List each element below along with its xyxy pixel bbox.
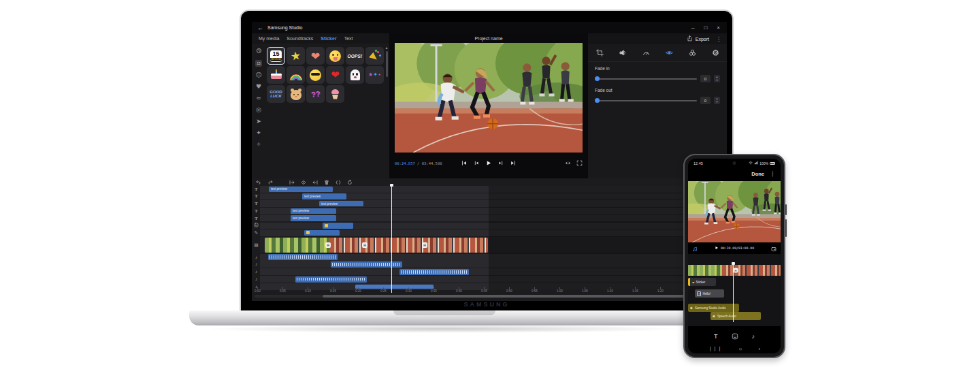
nav-back-button[interactable]: ‹ bbox=[758, 346, 760, 352]
phone-video-preview[interactable] bbox=[688, 181, 781, 242]
category-donut-icon[interactable]: ◎ bbox=[256, 106, 261, 113]
phone-sticker-clip[interactable]: ▰Sticker bbox=[688, 278, 716, 286]
skip-end-button[interactable] bbox=[510, 160, 517, 167]
sticker-star-doodle[interactable]: ★ bbox=[287, 47, 305, 65]
video-clip[interactable]: ⊟⊟⊟ bbox=[265, 238, 488, 253]
phone-more-options-icon[interactable]: ⋮ bbox=[770, 171, 775, 177]
phone-text-tool[interactable]: T bbox=[714, 333, 718, 340]
timeline-ruler[interactable]: 0:000:050:100:150:200:250:300:350:400:45… bbox=[252, 287, 727, 293]
fade-in-value[interactable]: 0 bbox=[700, 75, 710, 82]
pencil-clip[interactable] bbox=[304, 230, 340, 236]
sticker-tongue-emoji[interactable] bbox=[326, 47, 344, 65]
category-heart-icon[interactable]: ♥ bbox=[256, 83, 261, 90]
fade-in-slider[interactable] bbox=[595, 76, 697, 82]
audio-clip[interactable] bbox=[399, 269, 469, 275]
category-calendar-15-icon[interactable]: 15 bbox=[255, 60, 262, 67]
phone-playhead[interactable] bbox=[733, 262, 734, 322]
volume-tool-icon[interactable] bbox=[619, 49, 627, 57]
play-button[interactable] bbox=[486, 160, 492, 167]
sticker-red-heart[interactable]: ❤ bbox=[326, 66, 344, 84]
fade-out-stepper[interactable]: ▴▾ bbox=[714, 97, 720, 104]
sticker-good-luck-text[interactable]: GOODLUCK bbox=[267, 85, 285, 103]
text-clip[interactable]: text preview bbox=[319, 201, 363, 207]
sticker-birthday-cake[interactable] bbox=[267, 66, 285, 84]
loop-button[interactable] bbox=[565, 160, 571, 167]
phone-thumb-forest bbox=[688, 265, 722, 276]
skip-start-button[interactable] bbox=[461, 160, 468, 167]
category-swoosh-icon[interactable]: ≈ bbox=[256, 95, 261, 101]
sticker-cupcake[interactable] bbox=[326, 85, 344, 103]
sticker-clip[interactable] bbox=[323, 223, 353, 229]
visibility-tool-icon[interactable] bbox=[666, 49, 673, 57]
audio-track-icon[interactable] bbox=[692, 242, 698, 255]
tab-text[interactable]: Text bbox=[344, 36, 353, 41]
audio-clip[interactable] bbox=[295, 276, 367, 283]
phone-music-tool[interactable]: ♪ bbox=[752, 333, 755, 340]
done-button[interactable]: Done bbox=[751, 171, 764, 177]
tab-my-media[interactable]: My media bbox=[259, 36, 279, 41]
sticker-rainbow[interactable] bbox=[287, 66, 305, 84]
scroll-up-icon[interactable]: ▴ bbox=[385, 45, 387, 50]
sticker-hamster-face[interactable] bbox=[287, 85, 305, 103]
fullscreen-button[interactable] bbox=[576, 160, 583, 167]
step-back-button[interactable] bbox=[474, 160, 480, 167]
sticker-question-marks[interactable]: ?? bbox=[306, 85, 325, 103]
text-clip[interactable]: text preview bbox=[302, 193, 346, 200]
track-row-text-2: text preview bbox=[260, 193, 727, 200]
laptop-base bbox=[189, 310, 700, 325]
audio-clip[interactable] bbox=[268, 254, 338, 260]
laptop-shadow bbox=[204, 325, 685, 333]
phone-video-clip[interactable]: ⊟ bbox=[688, 265, 781, 276]
export-button[interactable]: Export bbox=[687, 35, 709, 42]
category-smiley-icon[interactable]: ☺ bbox=[255, 71, 261, 78]
back-arrow-icon[interactable]: ← bbox=[257, 25, 263, 31]
transition-marker[interactable]: ⊟ bbox=[325, 242, 331, 248]
settings-tool-icon[interactable] bbox=[712, 49, 719, 57]
home-button[interactable]: ○ bbox=[739, 346, 742, 352]
category-popper-icon[interactable]: ✦ bbox=[256, 129, 261, 136]
playhead[interactable] bbox=[391, 184, 392, 293]
sticker-oops-text[interactable]: OOPS! bbox=[346, 47, 364, 65]
sticker-scrollbar[interactable]: ▴ bbox=[385, 45, 389, 177]
tab-sticker[interactable]: Sticker bbox=[321, 36, 336, 41]
timeline-scrollbar[interactable] bbox=[255, 295, 724, 298]
transition-marker[interactable]: ⊟ bbox=[362, 242, 368, 248]
tab-soundtracks[interactable]: Soundtracks bbox=[287, 36, 313, 41]
sticker-sunglasses-emoji[interactable] bbox=[306, 66, 325, 84]
sticker-star-sparkles[interactable]: ★✦⋆ bbox=[365, 66, 384, 84]
text-clip[interactable]: text preview bbox=[269, 187, 333, 193]
transform-tool-icon[interactable] bbox=[596, 49, 604, 57]
category-sparkle-icon[interactable]: ✧ bbox=[256, 141, 261, 148]
fade-out-slider[interactable] bbox=[595, 98, 697, 103]
transition-marker[interactable]: ⊟ bbox=[422, 242, 427, 248]
sticker-party-popper[interactable] bbox=[365, 47, 384, 65]
phone-sticker-tool[interactable] bbox=[732, 330, 738, 342]
scrollbar-thumb[interactable] bbox=[323, 295, 724, 298]
speed-tool-icon[interactable] bbox=[642, 49, 650, 57]
sticker-heart-face[interactable]: ❤ bbox=[306, 47, 325, 65]
color-tool-icon[interactable] bbox=[689, 49, 696, 57]
phone-text-clip[interactable]: THello! bbox=[695, 289, 724, 298]
category-plane-icon[interactable]: ➤ bbox=[256, 118, 261, 125]
fade-out-value[interactable]: 0 bbox=[700, 97, 710, 104]
step-forward-button[interactable] bbox=[498, 160, 504, 167]
more-options-icon[interactable]: ⋮ bbox=[716, 36, 721, 42]
phone-audio-clip-1[interactable]: Samsung Studio Audio bbox=[688, 304, 739, 312]
minimize-button[interactable]: – bbox=[691, 25, 694, 31]
sticker-ghost[interactable] bbox=[346, 66, 364, 84]
expand-icon[interactable] bbox=[771, 242, 777, 255]
video-preview[interactable] bbox=[395, 43, 583, 153]
sticker-calendar-15[interactable]: 15SATURDAY bbox=[267, 47, 285, 65]
recents-button[interactable]: ❘❘❘ bbox=[708, 346, 723, 351]
text-clip[interactable]: text preview bbox=[291, 208, 336, 214]
maximize-button[interactable]: □ bbox=[704, 25, 707, 31]
close-button[interactable]: × bbox=[717, 25, 720, 31]
phone-audio-clip-2[interactable]: Speech Audio bbox=[710, 312, 761, 320]
fade-in-stepper[interactable]: ▴▾ bbox=[714, 75, 720, 82]
app-titlebar: ← Samsung Studio – □ × bbox=[252, 22, 727, 33]
track-icon-audio-3: ♪ bbox=[253, 269, 259, 274]
text-clip[interactable]: text preview bbox=[291, 215, 336, 221]
phone-transition-marker[interactable]: ⊟ bbox=[734, 268, 738, 273]
category-clock-icon[interactable] bbox=[256, 48, 262, 55]
play-icon[interactable] bbox=[715, 246, 719, 251]
